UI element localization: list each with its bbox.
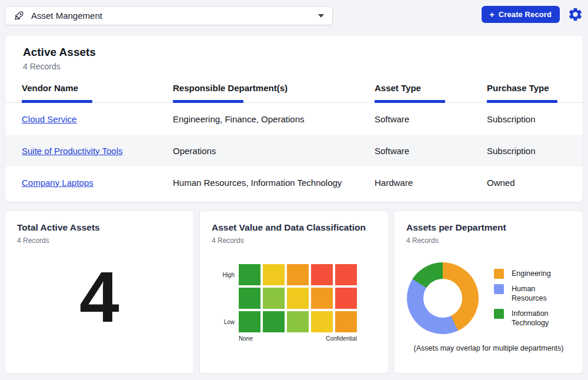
card-record-count: 4 Records — [17, 236, 182, 245]
plus-icon: + — [490, 10, 495, 19]
table-record-count: 4 Records — [23, 62, 583, 71]
donut-chart-area: Engineering Human Resources Information … — [406, 262, 571, 334]
cell-departments: Engineering, Finance, Operations — [173, 114, 375, 124]
column-header-purchase-type[interactable]: Purchase Type — [487, 78, 583, 102]
donut-ring — [407, 262, 479, 334]
heatmap-cell — [287, 311, 309, 332]
cell-purchase-type: Subscription — [487, 146, 583, 156]
heatmap-cell — [239, 288, 260, 309]
legend-swatch — [494, 269, 504, 279]
heatmap-cell — [287, 264, 309, 285]
y-label-low: Low — [212, 311, 239, 332]
column-header-responsible-departments[interactable]: Responsible Department(s) — [173, 78, 375, 102]
cell-vendor: Suite of Productivity Tools — [22, 146, 173, 156]
heatmap-chart: High Low — [212, 264, 376, 332]
heatmap-cell — [263, 311, 285, 332]
cell-purchase-type: Owned — [487, 178, 583, 188]
legend-swatch — [494, 284, 504, 294]
heatmap-cell — [239, 311, 260, 332]
cell-asset-type: Software — [375, 146, 487, 156]
asset-value-classification-card: Asset Value and Data Classification 4 Re… — [199, 211, 389, 374]
donut-legend: Engineering Human Resources Information … — [494, 269, 571, 328]
heatmap-cell — [239, 264, 260, 285]
card-title: Asset Value and Data Classification — [212, 222, 376, 233]
table-header-row: Vendor Name Responsible Department(s) As… — [5, 78, 583, 103]
cell-asset-type: Software — [375, 114, 487, 124]
card-title: Assets per Department — [406, 222, 571, 233]
total-assets-value: 4 — [17, 261, 182, 333]
table-row: Cloud Service Engineering, Finance, Oper… — [5, 103, 583, 135]
rocket-icon — [14, 10, 25, 21]
heatmap-cell — [335, 288, 357, 309]
heatmap-x-axis-labels: None Confidential — [239, 335, 357, 342]
column-header-vendor-name[interactable]: Vendor Name — [22, 78, 173, 102]
column-header-asset-type[interactable]: Asset Type — [375, 78, 487, 102]
cell-asset-type: Hardware — [375, 178, 487, 188]
legend-item-engineering: Engineering — [494, 269, 571, 279]
top-bar: Asset Mangement + Create Record — [0, 0, 588, 31]
column-underline-bar — [22, 100, 92, 103]
x-label-confidential: Confidential — [326, 335, 357, 342]
create-record-button[interactable]: + Create Record — [482, 6, 560, 23]
app-selector-label: Asset Mangement — [31, 11, 102, 21]
legend-item-information-technology: Information Technology — [494, 309, 571, 328]
heatmap-cell — [311, 288, 333, 309]
total-active-assets-card: Total Active Assets 4 Records 4 — [5, 211, 194, 374]
settings-gear-icon[interactable] — [567, 6, 583, 22]
heatmap-cell — [311, 264, 333, 285]
heatmap-cell — [263, 288, 285, 309]
create-record-label: Create Record — [499, 10, 552, 19]
cell-departments: Human Resources, Information Technology — [173, 178, 375, 188]
card-record-count: 4 Records — [212, 236, 376, 245]
table-row: Suite of Productivity Tools Operations S… — [5, 135, 583, 166]
active-assets-panel: Active Assets 4 Records Vendor Name Resp… — [5, 35, 583, 202]
heatmap-cell — [335, 264, 357, 285]
card-title: Total Active Assets — [17, 222, 182, 233]
vendor-link[interactable]: Company Laptops — [22, 178, 93, 188]
heatmap-cell — [287, 288, 309, 309]
heatmap-y-axis-labels: High Low — [212, 264, 239, 332]
vendor-link[interactable]: Suite of Productivity Tools — [22, 146, 122, 156]
x-label-none: None — [239, 335, 253, 342]
table-title: Active Assets — [23, 46, 583, 59]
heatmap-cell — [311, 311, 333, 332]
column-underline-bar — [173, 100, 243, 103]
donut-caption: (Assets may overlap for multiple departm… — [406, 344, 571, 352]
vendor-link[interactable]: Cloud Service — [22, 114, 76, 124]
heatmap-grid — [239, 264, 357, 332]
table-row: Company Laptops Human Resources, Informa… — [5, 166, 583, 198]
legend-swatch — [494, 309, 504, 319]
cell-purchase-type: Subscription — [487, 114, 583, 124]
dashboard-cards-row: Total Active Assets 4 Records 4 Asset Va… — [5, 211, 583, 374]
heatmap-cell — [335, 311, 357, 332]
cell-vendor: Cloud Service — [22, 114, 173, 124]
cell-departments: Operations — [173, 146, 375, 156]
card-record-count: 4 Records — [406, 236, 571, 245]
column-underline-bar — [375, 100, 445, 103]
heatmap-cell — [263, 264, 285, 285]
cell-vendor: Company Laptops — [22, 178, 173, 188]
chevron-down-icon — [318, 14, 324, 18]
donut-hole — [423, 279, 462, 318]
column-underline-bar — [487, 100, 557, 103]
legend-item-human-resources: Human Resources — [494, 284, 571, 304]
assets-per-department-card: Assets per Department 4 Records Engineer… — [394, 211, 583, 374]
y-label-high: High — [212, 264, 239, 285]
app-selector-dropdown[interactable]: Asset Mangement — [5, 6, 333, 25]
